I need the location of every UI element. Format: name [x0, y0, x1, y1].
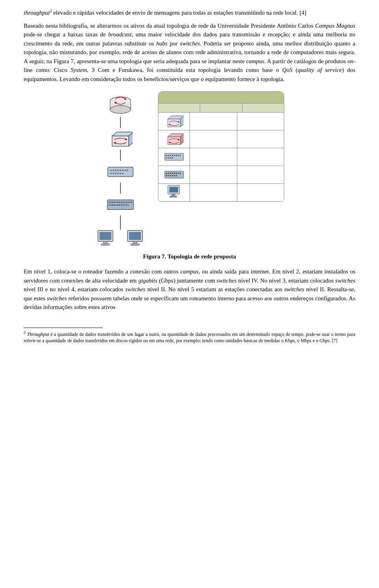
chain-line-1: [120, 117, 121, 128]
svg-rect-89: [172, 175, 173, 176]
pc-1-icon: [95, 230, 116, 249]
svg-rect-79: [168, 173, 169, 174]
rack-col-3: [242, 104, 284, 112]
svg-rect-28: [116, 202, 117, 203]
svg-rect-90: [174, 175, 175, 176]
svg-rect-35: [128, 202, 129, 203]
svg-rect-22: [122, 173, 124, 174]
svg-rect-78: [166, 173, 167, 174]
svg-rect-51: [99, 232, 111, 240]
router-device: [107, 95, 134, 128]
network-chain: [95, 91, 146, 249]
rack-row-5: [158, 184, 284, 201]
rack-row-3-col3: [237, 148, 284, 166]
router-icon: [107, 95, 134, 117]
svg-rect-16: [127, 170, 128, 171]
rack-row-2-icon: [158, 130, 190, 148]
svg-rect-46: [122, 204, 124, 206]
svg-rect-57: [131, 244, 139, 245]
page-content: throughput2 elevado e rápidas velocidade…: [24, 8, 355, 344]
svg-rect-94: [172, 194, 175, 196]
svg-rect-9: [110, 170, 112, 171]
svg-rect-34: [126, 202, 127, 203]
footnote-sup: 2: [24, 330, 26, 335]
svg-rect-71: [178, 155, 179, 156]
chain-line-2: [120, 150, 121, 161]
svg-marker-5: [112, 136, 129, 146]
svg-rect-82: [174, 173, 175, 174]
svg-rect-32: [122, 202, 124, 203]
svg-rect-40: [112, 204, 113, 206]
svg-rect-85: [180, 173, 181, 174]
paragraph-2: Baseado nesta bibliografia, se alterarmo…: [24, 21, 355, 84]
rack-row-2: [158, 130, 284, 148]
footnote-section: 2 Throughput é a quantidade de dados tra…: [24, 328, 355, 345]
rack-col-2: [200, 104, 242, 112]
svg-rect-41: [114, 204, 115, 206]
svg-rect-19: [115, 173, 116, 174]
appliance-device: [107, 161, 134, 194]
svg-rect-33: [124, 202, 126, 203]
switch-l2-icon: [107, 194, 134, 215]
footnote-divider: [24, 328, 103, 328]
svg-rect-77: [165, 171, 184, 178]
rack-row-5-col2: [190, 184, 237, 201]
svg-rect-14: [122, 170, 124, 171]
svg-rect-52: [103, 241, 107, 244]
figure-caption: Figura 7. Topologia de rede proposta: [24, 253, 355, 260]
switch-l1-icon: [107, 128, 134, 150]
svg-rect-27: [114, 202, 115, 203]
svg-rect-39: [111, 204, 112, 206]
rack-row-1-col2: [190, 113, 237, 130]
svg-point-2: [110, 106, 131, 113]
throughput-italic: throughput: [24, 9, 50, 16]
rack-row-3-col2: [190, 148, 237, 166]
svg-rect-26: [112, 202, 113, 203]
rack-row-1: [158, 113, 284, 130]
svg-rect-29: [117, 202, 118, 203]
rack-row-4: [158, 166, 284, 184]
rack-row-5-icon: [158, 184, 190, 201]
svg-rect-91: [176, 175, 177, 176]
svg-rect-36: [129, 202, 131, 203]
svg-rect-42: [116, 204, 117, 206]
svg-rect-74: [168, 157, 169, 158]
rack-row-3: [158, 148, 284, 166]
svg-rect-73: [166, 157, 167, 158]
svg-rect-17: [110, 173, 112, 174]
svg-rect-21: [120, 173, 121, 174]
svg-rect-47: [124, 204, 126, 206]
rack-row-3-icon: [158, 148, 190, 166]
svg-rect-66: [168, 155, 169, 156]
svg-rect-76: [172, 157, 173, 158]
appliance-icon: [107, 161, 134, 183]
svg-rect-67: [170, 155, 171, 156]
svg-rect-65: [166, 155, 167, 156]
bottom-pcs: [95, 230, 146, 249]
svg-rect-13: [120, 170, 121, 171]
svg-rect-43: [117, 204, 118, 206]
svg-rect-18: [113, 173, 114, 174]
rack-row-5-col3: [237, 184, 284, 201]
svg-rect-20: [117, 173, 119, 174]
rack-row-1-col3: [237, 113, 284, 130]
paragraph-3: Em nível 1, coloca-se o roteador fazendo…: [24, 267, 355, 312]
svg-rect-49: [128, 204, 129, 206]
chain-line-4: [120, 215, 121, 230]
svg-rect-30: [119, 202, 120, 203]
rack-row-2-col2: [190, 130, 237, 148]
figure-area: [24, 91, 355, 249]
svg-rect-93: [169, 187, 178, 192]
rack-row-4-col3: [237, 166, 284, 183]
svg-rect-8: [108, 167, 133, 177]
svg-rect-72: [180, 155, 181, 156]
pc-2-icon: [124, 230, 146, 249]
svg-rect-69: [174, 155, 175, 156]
para1-text: throughput2 elevado e rápidas velocidade…: [24, 8, 355, 17]
switch-l2-device: [107, 194, 134, 230]
chain-line-3: [120, 183, 121, 194]
svg-rect-37: [131, 202, 132, 203]
svg-rect-87: [168, 175, 169, 176]
para3-text: Em nível 1, coloca-se o roteador fazendo…: [24, 267, 355, 312]
rack-cols-header: [158, 104, 284, 113]
